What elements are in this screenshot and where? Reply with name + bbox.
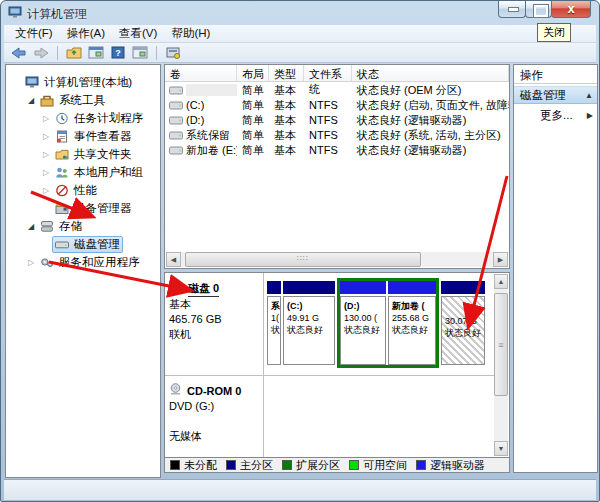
collapse-icon[interactable]: ▲: [585, 91, 593, 100]
console-window-icon[interactable]: [87, 45, 105, 61]
volume-fs: NTFS: [304, 99, 352, 111]
partition-label-box: 新加卷 (255.68 G状态良好: [388, 296, 436, 365]
v-scrollbar[interactable]: ▲ ▼: [494, 274, 508, 456]
expander-icon[interactable]: [40, 186, 52, 195]
menu-bar: 文件(F) 操作(A) 查看(V) 帮助(H): [4, 25, 596, 43]
actions-disk-management[interactable]: 磁盘管理 ▲: [514, 86, 597, 104]
volume-row[interactable]: 系统保留简单基本NTFS状态良好 (系统, 活动, 主分区): [165, 129, 509, 143]
sidebar-item-label: 存储: [59, 219, 82, 234]
menu-action[interactable]: 操作(A): [60, 24, 112, 43]
actions-pane: 操作 磁盘管理 ▲ 更多... ▶: [513, 64, 598, 473]
close-button[interactable]: [551, 1, 591, 18]
back-icon[interactable]: [10, 45, 28, 61]
legend-label: 未分配: [184, 458, 217, 473]
svg-text:?: ?: [115, 48, 121, 58]
services-icon: [40, 256, 55, 269]
sidebar-item-performance[interactable]: 性能: [6, 181, 160, 199]
sidebar-item-label: 性能: [74, 183, 97, 198]
volume-row[interactable]: 简单基本状态良好 (OEM 分区): [165, 84, 509, 98]
console-window2-icon[interactable]: [131, 45, 149, 61]
partition-color-bar: [388, 281, 436, 294]
expander-icon[interactable]: [40, 114, 52, 123]
partition-segment[interactable]: 系1(状: [267, 281, 281, 365]
sidebar-item-task-scheduler[interactable]: 任务计划程序: [6, 109, 160, 127]
sidebar-item-event-viewer[interactable]: 事件查看器: [6, 127, 160, 145]
sidebar-item-shared-folders[interactable]: 共享文件夹: [6, 145, 160, 163]
col-filesystem[interactable]: 文件系统: [304, 65, 352, 81]
scroll-right-icon[interactable]: ▶: [493, 252, 508, 267]
partition-text: 状态良好: [445, 327, 484, 339]
volume-layout: 简单: [237, 113, 269, 128]
legend-swatch-icon: [170, 460, 180, 470]
minimize-button[interactable]: [498, 1, 526, 18]
toolbar: ?: [4, 43, 596, 63]
partition-label-box: (C:)49.91 G状态良好: [283, 296, 335, 365]
partition-label-box: (D:)130.00 (状态良好: [340, 296, 386, 365]
sidebar-item-system-tools[interactable]: 系统工具: [6, 91, 160, 109]
sidebar-item-device-manager[interactable]: 设备管理器: [6, 199, 160, 217]
tools-icon: [40, 94, 55, 107]
col-layout[interactable]: 布局: [237, 65, 269, 81]
expander-icon[interactable]: [25, 96, 37, 105]
partition-label-box: 30.07 G状态良好: [441, 296, 485, 365]
volume-fs: NTFS: [304, 144, 352, 156]
maximize-button[interactable]: [525, 1, 552, 18]
col-volume[interactable]: 卷: [165, 65, 237, 81]
h-scrollbar[interactable]: ◀ ▶: [166, 252, 508, 267]
col-status[interactable]: 状态: [352, 65, 509, 81]
sidebar-item-computer-management-local[interactable]: 计算机管理(本地): [6, 73, 160, 91]
volume-row[interactable]: 新加卷 (E:)简单基本NTFS状态良好 (逻辑驱动器): [165, 144, 509, 158]
expander-icon[interactable]: [40, 132, 52, 141]
menu-view[interactable]: 查看(V): [112, 24, 164, 43]
volume-row[interactable]: (C:)简单基本NTFS状态良好 (启动, 页面文件, 故障转储,: [165, 99, 509, 113]
status-bar: [4, 479, 596, 500]
sidebar-item-local-users-groups[interactable]: 本地用户和组: [6, 163, 160, 181]
devicemanager-icon: [55, 202, 70, 215]
expander-icon[interactable]: [40, 168, 52, 177]
divider: [263, 273, 264, 457]
sidebar-item-services-applications[interactable]: 服务和应用程序: [6, 253, 160, 271]
legend-label: 可用空间: [363, 458, 407, 473]
expander-icon[interactable]: [25, 258, 37, 267]
partition-segment[interactable]: (C:)49.91 G状态良好: [283, 281, 335, 365]
eventviewer-icon: [55, 130, 70, 143]
partition-text: 系: [271, 300, 280, 312]
help-icon[interactable]: ?: [109, 45, 127, 61]
partition-segment[interactable]: (D:)130.00 (状态良好: [340, 281, 386, 365]
menu-file[interactable]: 文件(F): [8, 24, 60, 43]
partition-color-bar: [340, 281, 386, 294]
scroll-left-icon[interactable]: ◀: [166, 252, 181, 267]
disk0-info[interactable]: 磁盘 0 基本 465.76 GB 联机: [169, 281, 261, 342]
partition-text: 状态良好: [392, 324, 435, 336]
sharedfolders-icon: [55, 148, 70, 161]
disk0-type: 基本: [169, 297, 261, 312]
scheduler-icon: [55, 112, 70, 125]
forward-icon[interactable]: [32, 45, 50, 61]
partition-legend: 未分配主分区扩展分区可用空间逻辑驱动器: [164, 458, 510, 473]
computer-icon: [25, 76, 40, 89]
partition-text: (D:): [344, 300, 385, 312]
disk0-status: 联机: [169, 327, 261, 342]
actions-more[interactable]: 更多... ▶: [514, 106, 597, 124]
partition-segment[interactable]: 30.07 G状态良好: [441, 281, 485, 365]
title-bar[interactable]: 计算机管理: [1, 1, 599, 25]
cdrom-info[interactable]: CD-ROM 0 DVD (G:) 无媒体: [169, 383, 261, 444]
disk-tools-icon[interactable]: [164, 45, 182, 61]
h-scroll-thumb[interactable]: [185, 252, 421, 267]
menu-help[interactable]: 帮助(H): [164, 24, 217, 43]
sidebar-item-disk-management[interactable]: 磁盘管理: [6, 235, 160, 253]
partition-text: 30.07 G: [445, 315, 484, 327]
expander-icon[interactable]: [25, 222, 37, 231]
col-type[interactable]: 类型: [269, 65, 304, 81]
scroll-up-icon[interactable]: ▲: [494, 274, 508, 289]
legend-item: 主分区: [226, 458, 273, 473]
sidebar-item-storage[interactable]: 存储: [6, 217, 160, 235]
partition-segment[interactable]: 新加卷 (255.68 G状态良好: [388, 281, 436, 365]
folder-up-icon[interactable]: [65, 45, 83, 61]
scroll-down-icon[interactable]: ▼: [494, 441, 508, 456]
expander-icon[interactable]: [40, 150, 52, 159]
toolbar-separator: [156, 46, 157, 60]
v-scroll-thumb[interactable]: [494, 293, 508, 396]
cdrom-drive: DVD (G:): [169, 399, 261, 414]
volume-row[interactable]: (D:)简单基本NTFS状态良好 (逻辑驱动器): [165, 114, 509, 128]
